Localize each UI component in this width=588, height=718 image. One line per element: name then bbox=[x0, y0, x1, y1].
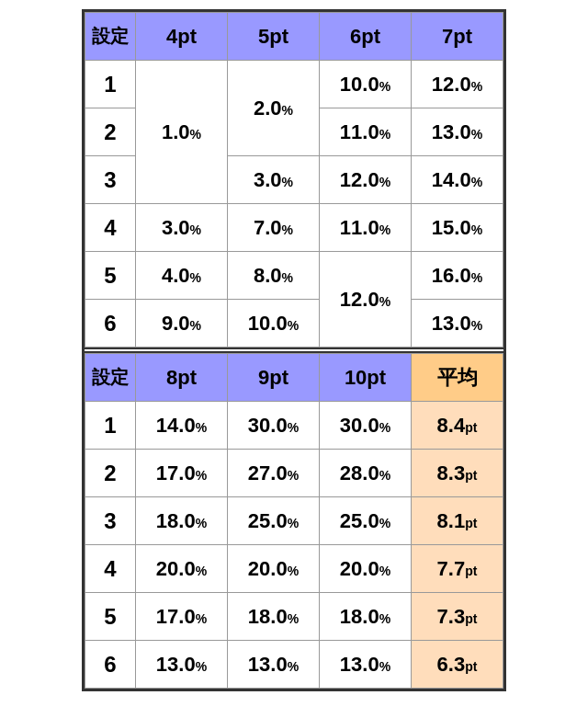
t2-row2-10pt: 28.0% bbox=[320, 450, 412, 497]
table-row: 4 20.0% 20.0% 20.0% 7.7pt bbox=[85, 545, 503, 593]
table2: 設定 8pt 9pt 10pt 平均 1 14.0% 30.0% 30.0% 8… bbox=[85, 353, 503, 689]
table2-header-8pt: 8pt bbox=[136, 354, 228, 402]
table2-header-10pt: 10pt bbox=[320, 354, 412, 402]
table1-header-6pt: 6pt bbox=[320, 13, 412, 61]
table1-header-5pt: 5pt bbox=[228, 13, 320, 61]
row5-5pt: 8.0% bbox=[228, 252, 320, 300]
table-row: 4 3.0% 7.0% 11.0% 15.0% bbox=[85, 204, 503, 252]
table-row: 1 14.0% 30.0% 30.0% 8.4pt bbox=[85, 402, 503, 450]
row2-7pt: 13.0% bbox=[412, 108, 503, 156]
t2-row1-10pt: 30.0% bbox=[320, 402, 412, 450]
row5-7pt: 16.0% bbox=[412, 252, 503, 300]
t2-row4-9pt: 20.0% bbox=[228, 545, 320, 593]
row4-5pt: 7.0% bbox=[228, 204, 320, 252]
t2-row1-avg: 8.4pt bbox=[412, 402, 503, 450]
row6-7pt: 13.0% bbox=[412, 300, 503, 348]
row4-6pt: 11.0% bbox=[320, 204, 412, 252]
t2-row6-10pt: 13.0% bbox=[320, 641, 412, 689]
row6-4pt: 9.0% bbox=[136, 300, 228, 348]
table-row: 1 1.0% 2.0% 10.0% 12.0% bbox=[85, 61, 503, 108]
table-row: 2 17.0% 27.0% 28.0% 8.3pt bbox=[85, 450, 503, 497]
table1-header-7pt: 7pt bbox=[412, 13, 503, 61]
row3-6pt: 12.0% bbox=[320, 156, 412, 204]
t2-row1-9pt: 30.0% bbox=[228, 402, 320, 450]
table-row: 3 18.0% 25.0% 25.0% 8.1pt bbox=[85, 497, 503, 545]
table-row: 6 9.0% 10.0% 13.0% bbox=[85, 300, 503, 348]
table2-header-avg: 平均 bbox=[412, 354, 503, 402]
table2-header-settei: 設定 bbox=[85, 354, 136, 402]
row5-6pt: 12.0% bbox=[320, 252, 412, 348]
t2-row3-9pt: 25.0% bbox=[228, 497, 320, 545]
t2-row3-num: 3 bbox=[85, 497, 136, 545]
row1-7pt: 12.0% bbox=[412, 61, 503, 108]
t2-row5-num: 5 bbox=[85, 593, 136, 641]
row2-num: 2 bbox=[85, 108, 136, 156]
t2-row3-8pt: 18.0% bbox=[136, 497, 228, 545]
row6-num: 6 bbox=[85, 300, 136, 348]
t2-row5-10pt: 18.0% bbox=[320, 593, 412, 641]
row2-6pt: 11.0% bbox=[320, 108, 412, 156]
row1-5pt: 2.0% bbox=[228, 61, 320, 156]
t2-row4-8pt: 20.0% bbox=[136, 545, 228, 593]
row3-5pt: 3.0% bbox=[228, 156, 320, 204]
table1-header-4pt: 4pt bbox=[136, 13, 228, 61]
table-row: 5 17.0% 18.0% 18.0% 7.3pt bbox=[85, 593, 503, 641]
t2-row4-10pt: 20.0% bbox=[320, 545, 412, 593]
row5-num: 5 bbox=[85, 252, 136, 300]
t2-row5-9pt: 18.0% bbox=[228, 593, 320, 641]
t2-row3-10pt: 25.0% bbox=[320, 497, 412, 545]
t2-row3-avg: 8.1pt bbox=[412, 497, 503, 545]
t2-row6-avg: 6.3pt bbox=[412, 641, 503, 689]
row1-num: 1 bbox=[85, 61, 136, 108]
t2-row2-avg: 8.3pt bbox=[412, 450, 503, 497]
t2-row2-9pt: 27.0% bbox=[228, 450, 320, 497]
row3-7pt: 14.0% bbox=[412, 156, 503, 204]
t2-row5-8pt: 17.0% bbox=[136, 593, 228, 641]
table1: 設定 4pt 5pt 6pt 7pt 1 1.0% 2.0% 10.0% 12.… bbox=[85, 12, 503, 348]
row6-5pt: 10.0% bbox=[228, 300, 320, 348]
t2-row6-9pt: 13.0% bbox=[228, 641, 320, 689]
row4-7pt: 15.0% bbox=[412, 204, 503, 252]
table-row: 6 13.0% 13.0% 13.0% 6.3pt bbox=[85, 641, 503, 689]
row1-6pt: 10.0% bbox=[320, 61, 412, 108]
t2-row5-avg: 7.3pt bbox=[412, 593, 503, 641]
t2-row2-num: 2 bbox=[85, 450, 136, 497]
t2-row1-num: 1 bbox=[85, 402, 136, 450]
t2-row4-avg: 7.7pt bbox=[412, 545, 503, 593]
table1-header-settei: 設定 bbox=[85, 13, 136, 61]
row5-4pt: 4.0% bbox=[136, 252, 228, 300]
row4-num: 4 bbox=[85, 204, 136, 252]
table2-header-9pt: 9pt bbox=[228, 354, 320, 402]
row1-4pt: 1.0% bbox=[136, 61, 228, 204]
t2-row1-8pt: 14.0% bbox=[136, 402, 228, 450]
row3-num: 3 bbox=[85, 156, 136, 204]
t2-row6-num: 6 bbox=[85, 641, 136, 689]
t2-row2-8pt: 17.0% bbox=[136, 450, 228, 497]
row4-4pt: 3.0% bbox=[136, 204, 228, 252]
t2-row6-8pt: 13.0% bbox=[136, 641, 228, 689]
t2-row4-num: 4 bbox=[85, 545, 136, 593]
table-row: 5 4.0% 8.0% 12.0% 16.0% bbox=[85, 252, 503, 300]
